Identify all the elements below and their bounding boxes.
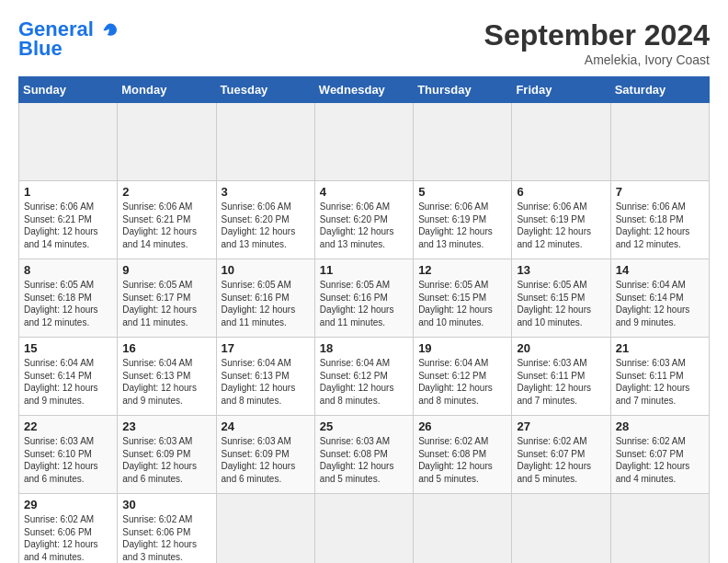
calendar-cell xyxy=(19,103,118,181)
day-number: 10 xyxy=(222,263,310,277)
day-info: Sunrise: 6:03 AM Sunset: 6:08 PM Dayligh… xyxy=(320,435,408,485)
day-number: 30 xyxy=(122,498,210,511)
day-info: Sunrise: 6:05 AM Sunset: 6:15 PM Dayligh… xyxy=(418,279,506,328)
calendar-cell xyxy=(610,494,709,564)
calendar-cell: 24Sunrise: 6:03 AM Sunset: 6:09 PM Dayli… xyxy=(216,416,314,494)
day-number: 24 xyxy=(222,419,310,433)
day-info: Sunrise: 6:04 AM Sunset: 6:14 PM Dayligh… xyxy=(616,279,704,328)
day-info: Sunrise: 6:06 AM Sunset: 6:19 PM Dayligh… xyxy=(517,201,605,250)
day-info: Sunrise: 6:04 AM Sunset: 6:13 PM Dayligh… xyxy=(222,357,310,407)
day-number: 8 xyxy=(24,263,112,277)
weekday-header-cell: Thursday xyxy=(414,77,512,103)
day-number: 6 xyxy=(517,185,605,199)
day-number: 5 xyxy=(418,185,506,199)
calendar-cell: 17Sunrise: 6:04 AM Sunset: 6:13 PM Dayli… xyxy=(216,338,314,416)
day-info: Sunrise: 6:05 AM Sunset: 6:18 PM Dayligh… xyxy=(24,279,112,328)
day-number: 15 xyxy=(24,341,112,355)
calendar-cell: 2Sunrise: 6:06 AM Sunset: 6:21 PM Daylig… xyxy=(118,181,216,259)
calendar-week-row: 22Sunrise: 6:03 AM Sunset: 6:10 PM Dayli… xyxy=(19,416,710,494)
calendar-cell xyxy=(216,494,314,564)
calendar-cell: 10Sunrise: 6:05 AM Sunset: 6:16 PM Dayli… xyxy=(216,259,314,338)
calendar-cell: 8Sunrise: 6:05 AM Sunset: 6:18 PM Daylig… xyxy=(19,259,118,338)
calendar-cell: 30Sunrise: 6:02 AM Sunset: 6:06 PM Dayli… xyxy=(118,494,216,564)
calendar-cell: 16Sunrise: 6:04 AM Sunset: 6:13 PM Dayli… xyxy=(118,338,216,416)
day-info: Sunrise: 6:02 AM Sunset: 6:06 PM Dayligh… xyxy=(24,513,112,563)
calendar-cell: 29Sunrise: 6:02 AM Sunset: 6:06 PM Dayli… xyxy=(19,494,118,564)
day-number: 23 xyxy=(122,419,210,433)
weekday-header-cell: Friday xyxy=(512,77,610,103)
day-number: 14 xyxy=(616,263,704,277)
calendar-cell: 22Sunrise: 6:03 AM Sunset: 6:10 PM Dayli… xyxy=(19,416,118,494)
calendar-cell xyxy=(118,103,216,181)
day-info: Sunrise: 6:02 AM Sunset: 6:06 PM Dayligh… xyxy=(122,513,210,563)
day-info: Sunrise: 6:06 AM Sunset: 6:18 PM Dayligh… xyxy=(616,201,704,250)
calendar-cell: 21Sunrise: 6:03 AM Sunset: 6:11 PM Dayli… xyxy=(610,338,709,416)
calendar-cell: 6Sunrise: 6:06 AM Sunset: 6:19 PM Daylig… xyxy=(512,181,610,259)
calendar-cell xyxy=(216,103,314,181)
day-info: Sunrise: 6:03 AM Sunset: 6:11 PM Dayligh… xyxy=(616,357,704,407)
day-number: 7 xyxy=(616,185,704,199)
day-number: 22 xyxy=(24,419,112,433)
title-block: September 2024 Amelekia, Ivory Coast xyxy=(484,18,710,67)
calendar-cell: 5Sunrise: 6:06 AM Sunset: 6:19 PM Daylig… xyxy=(414,181,512,259)
day-info: Sunrise: 6:05 AM Sunset: 6:16 PM Dayligh… xyxy=(320,279,408,328)
calendar-cell: 1Sunrise: 6:06 AM Sunset: 6:21 PM Daylig… xyxy=(19,181,118,259)
month-title: September 2024 xyxy=(484,18,710,52)
calendar-cell: 19Sunrise: 6:04 AM Sunset: 6:12 PM Dayli… xyxy=(414,338,512,416)
day-info: Sunrise: 6:05 AM Sunset: 6:17 PM Dayligh… xyxy=(122,279,210,328)
calendar-cell xyxy=(610,103,709,181)
day-number: 28 xyxy=(616,419,704,433)
day-number: 19 xyxy=(418,341,506,355)
day-number: 27 xyxy=(517,419,605,433)
day-info: Sunrise: 6:05 AM Sunset: 6:16 PM Dayligh… xyxy=(222,279,310,328)
day-number: 13 xyxy=(517,263,605,277)
day-number: 16 xyxy=(122,341,210,355)
day-info: Sunrise: 6:05 AM Sunset: 6:15 PM Dayligh… xyxy=(517,279,605,328)
day-number: 26 xyxy=(418,419,506,433)
day-info: Sunrise: 6:06 AM Sunset: 6:21 PM Dayligh… xyxy=(122,201,210,250)
day-number: 18 xyxy=(320,341,408,355)
day-info: Sunrise: 6:04 AM Sunset: 6:13 PM Dayligh… xyxy=(122,357,210,407)
logo-bird-icon xyxy=(101,21,119,40)
day-info: Sunrise: 6:04 AM Sunset: 6:12 PM Dayligh… xyxy=(320,357,408,407)
day-info: Sunrise: 6:06 AM Sunset: 6:19 PM Dayligh… xyxy=(418,201,506,250)
calendar-cell: 9Sunrise: 6:05 AM Sunset: 6:17 PM Daylig… xyxy=(118,259,216,338)
weekday-header-cell: Wednesday xyxy=(314,77,413,103)
weekday-header-cell: Monday xyxy=(118,77,216,103)
day-number: 3 xyxy=(222,185,310,199)
calendar-cell: 25Sunrise: 6:03 AM Sunset: 6:08 PM Dayli… xyxy=(314,416,413,494)
day-number: 21 xyxy=(616,341,704,355)
weekday-header-row: SundayMondayTuesdayWednesdayThursdayFrid… xyxy=(19,77,710,103)
day-number: 4 xyxy=(320,185,408,199)
calendar-cell: 20Sunrise: 6:03 AM Sunset: 6:11 PM Dayli… xyxy=(512,338,610,416)
calendar-cell xyxy=(314,494,413,564)
calendar-week-row: 1Sunrise: 6:06 AM Sunset: 6:21 PM Daylig… xyxy=(19,181,710,259)
day-info: Sunrise: 6:06 AM Sunset: 6:21 PM Dayligh… xyxy=(24,201,112,250)
calendar-cell: 14Sunrise: 6:04 AM Sunset: 6:14 PM Dayli… xyxy=(610,259,709,338)
calendar-cell xyxy=(512,494,610,564)
calendar-cell xyxy=(314,103,413,181)
day-number: 9 xyxy=(122,263,210,277)
day-number: 2 xyxy=(122,185,210,199)
day-number: 17 xyxy=(222,341,310,355)
calendar-table: SundayMondayTuesdayWednesdayThursdayFrid… xyxy=(18,76,710,563)
day-info: Sunrise: 6:03 AM Sunset: 6:10 PM Dayligh… xyxy=(24,435,112,485)
day-number: 20 xyxy=(517,341,605,355)
location: Amelekia, Ivory Coast xyxy=(484,52,710,67)
calendar-cell: 27Sunrise: 6:02 AM Sunset: 6:07 PM Dayli… xyxy=(512,416,610,494)
page-header: General Blue September 2024 Amelekia, Iv… xyxy=(18,18,710,67)
day-number: 12 xyxy=(418,263,506,277)
calendar-cell: 4Sunrise: 6:06 AM Sunset: 6:20 PM Daylig… xyxy=(314,181,413,259)
calendar-cell: 28Sunrise: 6:02 AM Sunset: 6:07 PM Dayli… xyxy=(610,416,709,494)
calendar-cell: 3Sunrise: 6:06 AM Sunset: 6:20 PM Daylig… xyxy=(216,181,314,259)
calendar-cell: 23Sunrise: 6:03 AM Sunset: 6:09 PM Dayli… xyxy=(118,416,216,494)
day-number: 11 xyxy=(320,263,408,277)
day-info: Sunrise: 6:02 AM Sunset: 6:07 PM Dayligh… xyxy=(517,435,605,485)
day-info: Sunrise: 6:04 AM Sunset: 6:12 PM Dayligh… xyxy=(418,357,506,407)
day-info: Sunrise: 6:04 AM Sunset: 6:14 PM Dayligh… xyxy=(24,357,112,407)
weekday-header-cell: Tuesday xyxy=(216,77,314,103)
calendar-cell: 26Sunrise: 6:02 AM Sunset: 6:08 PM Dayli… xyxy=(414,416,512,494)
calendar-cell: 11Sunrise: 6:05 AM Sunset: 6:16 PM Dayli… xyxy=(314,259,413,338)
calendar-cell: 18Sunrise: 6:04 AM Sunset: 6:12 PM Dayli… xyxy=(314,338,413,416)
calendar-body: 1Sunrise: 6:06 AM Sunset: 6:21 PM Daylig… xyxy=(19,103,710,564)
